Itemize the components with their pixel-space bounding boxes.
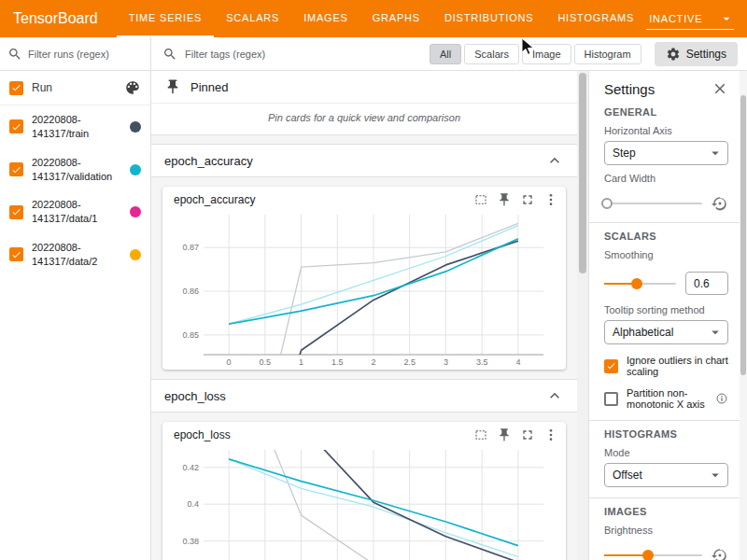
run-row-validation[interactable]: 20220808-141317/validation xyxy=(0,148,150,191)
tab-time-series[interactable]: TIME SERIES xyxy=(117,0,214,37)
card-title: epoch_accuracy xyxy=(174,193,465,206)
reset-icon[interactable] xyxy=(712,195,728,212)
tab-graphs[interactable]: GRAPHS xyxy=(360,0,432,37)
section-header-epoch-loss[interactable]: epoch_loss xyxy=(151,379,577,413)
section-header-epoch-accuracy[interactable]: epoch_accuracy xyxy=(151,144,577,177)
smoothing-slider-row xyxy=(604,272,728,295)
run-row-train[interactable]: 20220808-141317/train xyxy=(0,105,150,148)
partition-x-axis-row[interactable]: Partition non-monotonic X axis xyxy=(604,387,728,410)
check-icon xyxy=(11,82,21,93)
svg-text:4: 4 xyxy=(515,357,520,367)
run-label: 20220808-141317/train xyxy=(32,113,121,141)
svg-text:2: 2 xyxy=(371,357,375,367)
card-width-slider[interactable] xyxy=(604,203,702,204)
search-icon xyxy=(7,47,22,62)
svg-text:0.42: 0.42 xyxy=(182,463,199,472)
settings-button[interactable]: Settings xyxy=(655,42,738,66)
smoothing-label: Smoothing xyxy=(604,249,728,260)
section-title: epoch_loss xyxy=(164,389,226,403)
general-section-title: GENERAL xyxy=(604,106,728,118)
smoothing-slider[interactable] xyxy=(604,283,676,285)
pin-icon[interactable] xyxy=(497,427,512,442)
caret-down-icon xyxy=(719,11,734,26)
topbar-actions: INACTIVE xyxy=(646,8,747,30)
palette-icon[interactable] xyxy=(124,79,141,96)
runs-column-label: Run xyxy=(32,81,52,94)
run-row-data-2[interactable]: 20220808-141317/data/2 xyxy=(0,233,150,276)
data-table-toggle-icon[interactable] xyxy=(473,427,488,442)
tag-filter-chips: All Scalars Image Histogram xyxy=(430,44,641,64)
chip-image[interactable]: Image xyxy=(522,44,571,64)
card-width-slider-row xyxy=(604,195,728,212)
tab-scalars[interactable]: SCALARS xyxy=(214,0,291,37)
scalar-card-epoch-accuracy: epoch_accuracy 0.850.860.8700.511.522.53… xyxy=(162,187,566,370)
card-header: epoch_accuracy xyxy=(162,187,566,209)
tab-histograms[interactable]: HISTOGRAMS xyxy=(545,0,646,37)
epoch-loss-chart[interactable]: 0.420.40.380.3600.511.522.533.54 xyxy=(172,444,557,560)
reset-icon[interactable] xyxy=(712,547,728,560)
main-nav-tabs: TIME SERIES SCALARS IMAGES GRAPHS DISTRI… xyxy=(117,0,646,37)
check-icon xyxy=(11,164,21,175)
tab-images[interactable]: IMAGES xyxy=(291,0,360,37)
data-table-toggle-icon[interactable] xyxy=(473,192,488,207)
run-checkbox[interactable] xyxy=(9,247,23,261)
horizontal-axis-label: Horizontal Axis xyxy=(604,125,728,136)
chip-histogram[interactable]: Histogram xyxy=(574,44,641,64)
collapse-icon[interactable] xyxy=(545,386,564,405)
tooltip-sorting-value: Alphabetical xyxy=(613,326,673,339)
tensorboard-app: TensorBoard TIME SERIES SCALARS IMAGES G… xyxy=(0,0,747,560)
chip-scalars[interactable]: Scalars xyxy=(464,44,519,64)
reload-status-select[interactable]: INACTIVE xyxy=(646,8,734,30)
slider-thumb[interactable] xyxy=(631,278,642,289)
tab-distributions[interactable]: DISTRIBUTIONS xyxy=(432,0,545,37)
check-icon xyxy=(11,249,21,260)
svg-text:0.5: 0.5 xyxy=(260,357,272,367)
run-color-dot xyxy=(130,249,141,260)
ignore-outliers-checkbox[interactable] xyxy=(604,359,618,373)
select-all-runs-checkbox[interactable] xyxy=(9,81,23,95)
fullscreen-icon[interactable] xyxy=(520,192,535,207)
scalar-card-epoch-loss: epoch_loss 0.420.40.380.3600.511.522.533… xyxy=(162,422,566,560)
images-section-title: IMAGES xyxy=(604,506,728,517)
epoch-accuracy-chart[interactable]: 0.850.860.8700.511.522.533.54 xyxy=(172,209,557,370)
histogram-mode-select[interactable]: Offset xyxy=(604,463,728,487)
brightness-slider[interactable] xyxy=(604,554,702,556)
chip-all[interactable]: All xyxy=(430,44,461,64)
filter-tags-input[interactable] xyxy=(185,49,422,60)
histograms-section-title: HISTOGRAMS xyxy=(604,428,728,440)
svg-text:3.5: 3.5 xyxy=(476,357,488,367)
svg-text:3: 3 xyxy=(444,357,448,367)
more-options-icon[interactable] xyxy=(543,427,558,442)
settings-scrollbar[interactable] xyxy=(740,71,747,560)
run-checkbox[interactable] xyxy=(9,119,23,133)
card-header: epoch_loss xyxy=(162,422,566,444)
horizontal-axis-select[interactable]: Step xyxy=(604,141,728,165)
collapse-icon[interactable] xyxy=(545,151,564,170)
slider-thumb[interactable] xyxy=(642,550,654,560)
filter-runs-input[interactable] xyxy=(28,49,143,60)
brightness-slider-row xyxy=(604,547,728,560)
partition-x-axis-checkbox[interactable] xyxy=(604,392,618,406)
top-app-bar: TensorBoard TIME SERIES SCALARS IMAGES G… xyxy=(0,0,747,37)
svg-text:1: 1 xyxy=(299,357,303,367)
pin-icon[interactable] xyxy=(497,192,512,207)
smoothing-value-input[interactable] xyxy=(685,272,728,295)
run-checkbox[interactable] xyxy=(9,205,23,219)
svg-text:2.5: 2.5 xyxy=(403,357,416,367)
fullscreen-icon[interactable] xyxy=(520,427,535,442)
main-scrollbar[interactable] xyxy=(577,71,588,560)
tooltip-sorting-select[interactable]: Alphabetical xyxy=(604,320,728,344)
scrollbar-thumb[interactable] xyxy=(579,73,586,273)
run-color-dot xyxy=(130,164,141,175)
run-row-data-1[interactable]: 20220808-141317/data/1 xyxy=(0,190,150,233)
run-checkbox[interactable] xyxy=(9,162,23,176)
svg-text:0.4: 0.4 xyxy=(187,499,199,509)
ignore-outliers-row[interactable]: Ignore outliers in chart scaling xyxy=(604,355,728,377)
scrollbar-thumb[interactable] xyxy=(740,95,746,375)
slider-thumb[interactable] xyxy=(601,198,613,209)
more-options-icon[interactable] xyxy=(543,192,558,207)
info-icon[interactable] xyxy=(715,392,728,405)
close-icon[interactable] xyxy=(712,80,728,97)
partition-x-axis-label: Partition non-monotonic X axis xyxy=(627,387,707,410)
pinned-hint: Pin cards for a quick view and compariso… xyxy=(151,104,577,134)
